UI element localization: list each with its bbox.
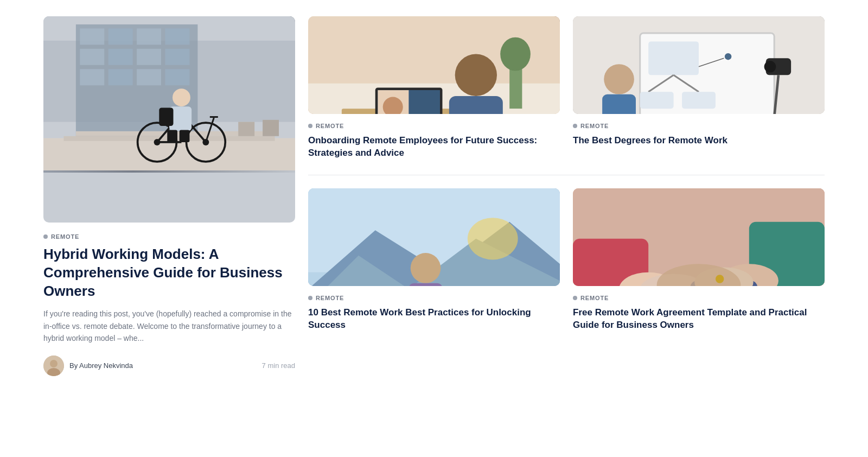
svg-point-80 <box>411 253 441 283</box>
svg-point-64 <box>725 53 731 60</box>
featured-category: REMOTE <box>43 233 295 240</box>
svg-rect-7 <box>80 49 104 65</box>
svg-rect-58 <box>648 41 699 75</box>
svg-rect-19 <box>263 120 279 136</box>
svg-rect-18 <box>238 122 254 136</box>
svg-rect-9 <box>137 49 161 65</box>
featured-excerpt: If you're reading this post, you've (hop… <box>43 308 295 344</box>
article-card-agreement[interactable]: REMOTE Free Remote Work Agreement Templa… <box>573 188 825 332</box>
svg-rect-3 <box>80 28 104 45</box>
article-card-degrees[interactable]: REMOTE The Best Degrees for Remote Work <box>573 16 825 160</box>
article-card-best-practices[interactable]: REMOTE 10 Best Remote Work Best Practice… <box>308 188 560 332</box>
svg-rect-4 <box>108 28 133 45</box>
svg-point-79 <box>468 218 518 259</box>
svg-rect-61 <box>640 92 674 109</box>
svg-rect-81 <box>409 283 443 286</box>
agreement-image-svg <box>573 188 825 286</box>
degrees-image-svg <box>573 16 825 114</box>
svg-point-51 <box>455 54 497 96</box>
card-image-agreement <box>573 188 825 286</box>
svg-rect-33 <box>167 130 177 142</box>
card-title-agreement: Free Remote Work Agreement Template and … <box>573 307 825 332</box>
card-category-degrees: REMOTE <box>573 123 825 129</box>
category-dot-onboarding <box>308 124 312 128</box>
avatar-image <box>43 356 64 376</box>
svg-rect-66 <box>602 94 636 114</box>
svg-rect-5 <box>137 28 161 45</box>
card-category-onboarding: REMOTE <box>308 123 560 129</box>
category-dot-best-practices <box>308 296 312 300</box>
card-category-best-practices: REMOTE <box>308 295 560 301</box>
card-title-onboarding: Onboarding Remote Employees for Future S… <box>308 135 560 160</box>
svg-point-65 <box>604 64 634 94</box>
svg-rect-62 <box>682 92 716 109</box>
best-practices-image-svg <box>308 188 560 286</box>
svg-rect-11 <box>80 69 104 85</box>
svg-point-98 <box>716 275 724 283</box>
author-avatar <box>43 356 64 376</box>
svg-point-54 <box>500 37 531 71</box>
svg-rect-13 <box>137 69 161 85</box>
author-info: By Aubrey Nekvinda <box>43 356 133 376</box>
card-image-degrees <box>573 16 825 114</box>
read-time: 7 min read <box>262 361 295 370</box>
svg-point-37 <box>50 360 58 367</box>
article-cards-grid: REMOTE Onboarding Remote Employees for F… <box>308 16 825 332</box>
svg-rect-10 <box>165 49 190 65</box>
card-image-onboarding <box>308 16 560 114</box>
card-image-best-practices <box>308 188 560 286</box>
articles-grid: REMOTE Hybrid Working Models: A Comprehe… <box>43 16 825 376</box>
svg-point-68 <box>764 61 776 73</box>
author-name: By Aubrey Nekvinda <box>69 361 133 370</box>
svg-rect-12 <box>108 69 133 85</box>
svg-rect-52 <box>449 96 503 114</box>
section-divider <box>308 175 825 175</box>
category-dot-degrees <box>573 124 577 128</box>
svg-rect-14 <box>165 69 190 85</box>
category-dot-agreement <box>573 296 577 300</box>
svg-rect-6 <box>165 28 190 45</box>
featured-meta: By Aubrey Nekvinda 7 min read <box>43 356 295 376</box>
card-title-degrees: The Best Degrees for Remote Work <box>573 135 825 147</box>
svg-rect-49 <box>409 90 440 114</box>
category-dot <box>43 234 48 239</box>
article-card-onboarding[interactable]: REMOTE Onboarding Remote Employees for F… <box>308 16 560 160</box>
featured-image <box>43 16 295 223</box>
featured-article[interactable]: REMOTE Hybrid Working Models: A Comprehe… <box>43 16 295 376</box>
svg-rect-8 <box>108 49 133 65</box>
featured-image-svg <box>43 16 295 170</box>
svg-rect-35 <box>159 107 173 126</box>
svg-point-31 <box>173 88 190 106</box>
onboarding-image-svg <box>308 16 560 114</box>
featured-title[interactable]: Hybrid Working Models: A Comprehensive G… <box>43 245 295 300</box>
card-category-agreement: REMOTE <box>573 295 825 301</box>
card-title-best-practices: 10 Best Remote Work Best Practices for U… <box>308 307 560 332</box>
svg-rect-34 <box>180 130 190 142</box>
